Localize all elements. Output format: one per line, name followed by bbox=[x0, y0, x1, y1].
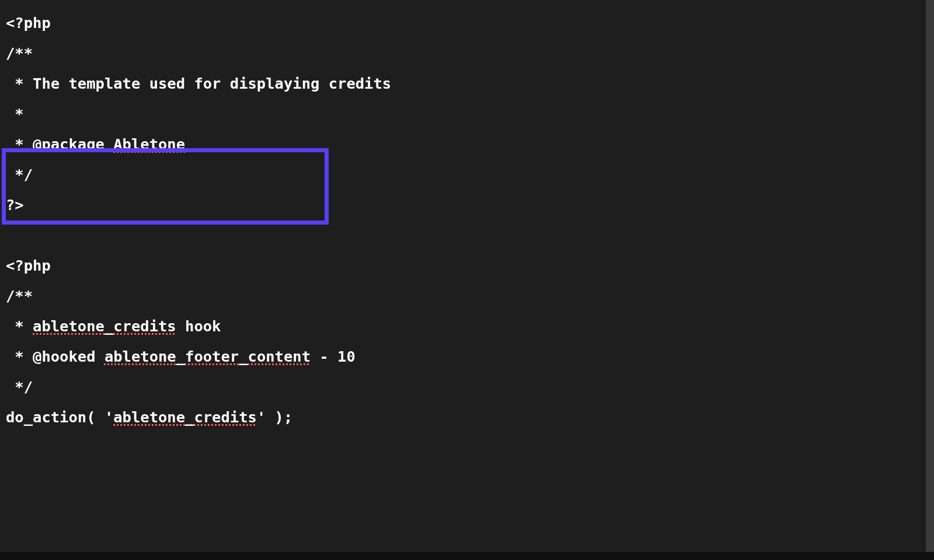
editor-viewport[interactable]: <?php /** * The template used for displa… bbox=[0, 0, 926, 552]
code-text: hook bbox=[176, 317, 221, 335]
spellcheck-word[interactable]: Abletone bbox=[113, 135, 185, 153]
code-line[interactable] bbox=[6, 228, 926, 243]
vertical-scrollbar-thumb[interactable] bbox=[926, 0, 934, 552]
code-line[interactable]: <?php bbox=[6, 15, 926, 30]
spellcheck-word[interactable]: abletone_credits bbox=[113, 408, 257, 426]
status-bar bbox=[0, 552, 934, 560]
code-line[interactable]: <?php bbox=[6, 258, 926, 273]
code-line[interactable]: * @package Abletone bbox=[6, 136, 926, 152]
code-line[interactable]: do_action( 'abletone_credits' ); bbox=[6, 410, 926, 425]
code-line[interactable]: * bbox=[6, 106, 926, 121]
code-line[interactable]: */ bbox=[6, 379, 926, 394]
code-line[interactable]: /** bbox=[6, 288, 926, 303]
code-line[interactable]: ?> bbox=[6, 197, 926, 212]
spellcheck-word[interactable]: abletone_credits bbox=[33, 317, 176, 335]
code-text: * @package bbox=[6, 135, 113, 153]
code-text: - 10 bbox=[311, 348, 356, 365]
code-line[interactable]: /** bbox=[6, 46, 926, 61]
vertical-scrollbar-track[interactable] bbox=[926, 0, 934, 552]
code-area[interactable]: <?php /** * The template used for displa… bbox=[0, 0, 926, 455]
code-text: do_action( ' bbox=[6, 408, 113, 426]
spellcheck-word[interactable]: abletone_footer_content bbox=[104, 348, 311, 365]
code-line[interactable]: * abletone_credits hook bbox=[6, 318, 926, 334]
code-line[interactable]: */ bbox=[6, 167, 926, 182]
code-text: * @hooked bbox=[6, 348, 104, 365]
code-text: ' ); bbox=[257, 408, 292, 426]
code-line[interactable]: * @hooked abletone_footer_content - 10 bbox=[6, 349, 926, 364]
code-text: * bbox=[6, 317, 33, 335]
editor-window: <?php /** * The template used for displa… bbox=[0, 0, 934, 560]
code-line[interactable]: * The template used for displaying credi… bbox=[6, 76, 926, 91]
